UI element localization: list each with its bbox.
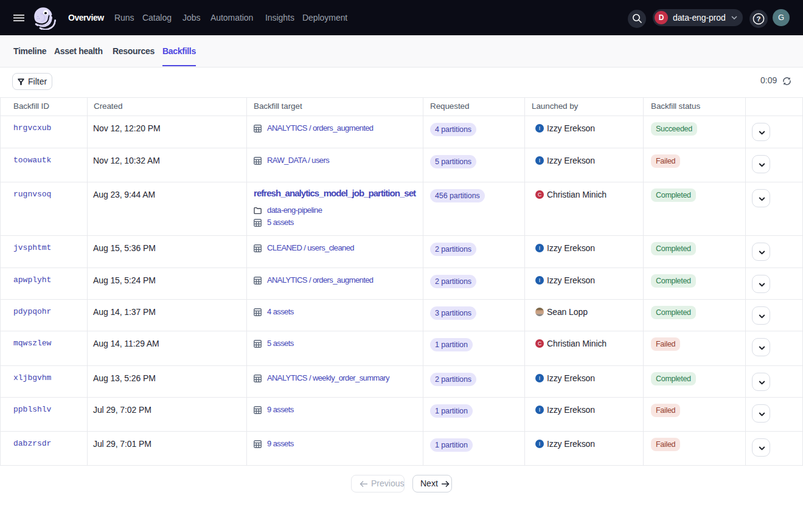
- svg-text:?: ?: [756, 15, 760, 22]
